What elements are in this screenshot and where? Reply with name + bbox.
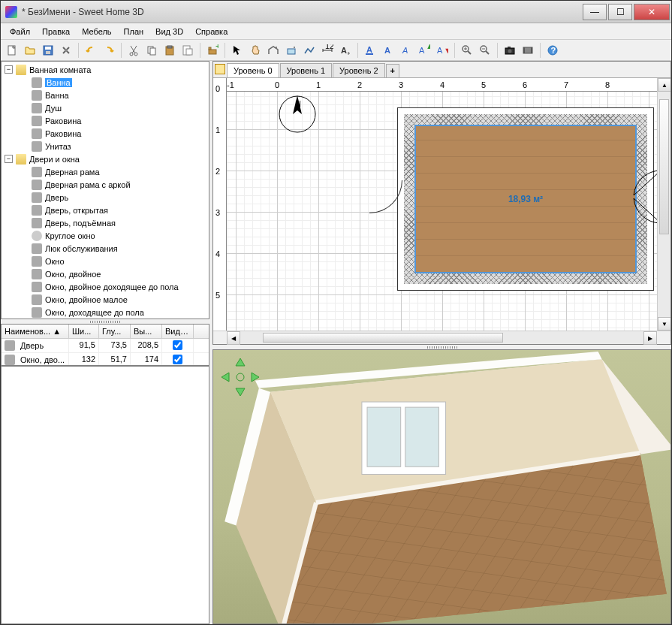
compass-icon[interactable]: N [276, 92, 318, 134]
open-file-icon[interactable] [22, 42, 38, 59]
decrease-font-icon[interactable]: A▼ [434, 42, 451, 59]
menu-plan[interactable]: План [118, 26, 150, 38]
window-swing-icon[interactable] [625, 167, 657, 227]
preferences-icon[interactable] [58, 42, 74, 59]
catalog-item[interactable]: Дверь [3, 191, 207, 204]
redo-icon[interactable] [101, 42, 117, 59]
paste-icon[interactable] [161, 42, 178, 59]
menu-view3d[interactable]: Вид 3D [149, 26, 189, 38]
catalog-category[interactable]: − Двери и окна [3, 152, 207, 165]
catalog-item[interactable]: Душ [3, 101, 207, 114]
create-video-icon[interactable] [520, 42, 536, 59]
catalog-item[interactable]: Ванна [3, 89, 207, 101]
text-color-icon[interactable]: A [362, 42, 378, 59]
room-walls[interactable]: 18,93 м² [398, 108, 653, 290]
col-depth[interactable]: Глу... [99, 325, 131, 338]
catalog-item[interactable]: Люк обслуживания [3, 242, 207, 255]
rotate-right-button[interactable] [248, 370, 261, 384]
maximize-button[interactable]: ☐ [608, 4, 632, 20]
catalog-item[interactable]: Унитаз [3, 140, 207, 152]
menu-help[interactable]: Справка [189, 26, 234, 38]
catalog-item[interactable]: Окно, двойное доходящее до пола [3, 280, 207, 293]
catalog-item[interactable]: Окно, малое [3, 319, 207, 319]
catalog-item[interactable]: Окно, двойное [3, 267, 207, 280]
add-furniture-icon[interactable]: + [204, 42, 221, 59]
furniture-table-empty [1, 366, 209, 624]
catalog-item[interactable]: Окно, двойное малое [3, 293, 207, 306]
create-polyline-icon[interactable] [301, 42, 318, 59]
zoom-in-icon[interactable] [459, 42, 475, 59]
level-tab[interactable]: Уровень 0 [227, 63, 279, 77]
rotate-up-button[interactable] [234, 356, 247, 370]
plan-canvas[interactable]: N 18,93 м² [227, 92, 657, 331]
table-row[interactable]: Дверь 91,5 73,5 208,5 [2, 339, 209, 353]
scroll-right-icon[interactable]: ▶ [643, 331, 657, 345]
pan-icon[interactable] [247, 42, 264, 59]
cell-visible[interactable] [162, 353, 194, 366]
cell-visible[interactable] [162, 339, 194, 352]
add-level-button[interactable]: + [386, 64, 399, 77]
copy-icon[interactable] [143, 42, 160, 59]
save-file-icon[interactable] [40, 42, 56, 59]
minimize-button[interactable]: — [583, 4, 607, 20]
level-tab[interactable]: Уровень 2 [333, 63, 385, 77]
catalog-item[interactable]: Дверная рама [3, 165, 207, 178]
menu-file[interactable]: Файл [4, 26, 36, 38]
new-file-icon[interactable] [4, 42, 20, 59]
create-walls-icon[interactable] [265, 42, 282, 59]
select-icon[interactable] [229, 42, 246, 59]
scroll-down-icon[interactable]: ▼ [658, 317, 670, 331]
furniture-table[interactable]: Наименов... ▲ Ши... Глу... Вы... Види...… [1, 324, 209, 366]
catalog-item[interactable]: Круглое окно [3, 229, 207, 242]
rotate-down-button[interactable] [234, 385, 247, 398]
col-name[interactable]: Наименов... ▲ [2, 325, 69, 338]
titlebar[interactable]: * БезИмени - Sweet Home 3D — ☐ ✕ [1, 1, 671, 23]
scroll-left-icon[interactable]: ◀ [227, 331, 240, 345]
scroll-thumb[interactable] [659, 99, 669, 234]
visible-checkbox[interactable] [173, 355, 182, 364]
menu-edit[interactable]: Правка [36, 26, 76, 38]
catalog-item[interactable]: Раковина [3, 114, 207, 127]
scroll-up-icon[interactable]: ▲ [658, 78, 670, 92]
catalog-item[interactable]: Ванна [3, 76, 207, 89]
col-height[interactable]: Вы... [131, 325, 162, 338]
view-3d[interactable] [212, 349, 671, 624]
close-button[interactable]: ✕ [634, 4, 670, 20]
level-tab[interactable]: Уровень 1 [280, 63, 333, 77]
collapse-icon[interactable]: − [5, 65, 13, 74]
catalog-item[interactable]: Дверная рама с аркой [3, 178, 207, 191]
table-row[interactable]: Окно, дво... 132 51,7 174 [2, 353, 209, 366]
zoom-out-icon[interactable] [477, 42, 493, 59]
col-visible[interactable]: Види... [162, 325, 194, 338]
cut-icon[interactable] [125, 42, 142, 59]
create-dimension-icon[interactable]: 123 [319, 42, 336, 59]
create-photo-icon[interactable] [502, 42, 518, 59]
create-text-icon[interactable]: A [337, 42, 354, 59]
item-label: Ванна [45, 91, 69, 100]
create-room-icon[interactable] [283, 42, 300, 59]
col-width[interactable]: Ши... [69, 325, 99, 338]
text-italic-icon[interactable]: A [398, 42, 414, 59]
delete-icon[interactable] [179, 42, 196, 59]
increase-font-icon[interactable]: A▲ [416, 42, 432, 59]
undo-icon[interactable] [83, 42, 99, 59]
room-floor[interactable]: 18,93 м² [416, 126, 635, 272]
rotate-left-button[interactable] [219, 370, 233, 384]
catalog-item[interactable]: Дверь, открытая [3, 204, 207, 216]
catalog-item[interactable]: Дверь, подъёмная [3, 216, 207, 229]
catalog-item[interactable]: Окно, доходящее до пола [3, 306, 207, 319]
furniture-icon [32, 294, 42, 305]
catalog-tree[interactable]: − Ванная комната Ванна Ванна Душ Раковин… [1, 61, 209, 319]
plan-scrollbar-h[interactable]: ◀ ▶ [213, 331, 670, 344]
help-icon[interactable]: ? [544, 42, 561, 59]
menu-furniture[interactable]: Мебель [76, 26, 117, 38]
scroll-thumb[interactable] [263, 333, 503, 343]
text-bold-icon[interactable]: A [380, 42, 396, 59]
plan-scrollbar-v[interactable]: ▲ ▼ [657, 78, 670, 331]
collapse-icon[interactable]: − [5, 155, 13, 163]
visible-checkbox[interactable] [173, 340, 182, 350]
level-lock-icon[interactable] [215, 64, 225, 74]
catalog-item[interactable]: Окно [3, 255, 207, 267]
catalog-item[interactable]: Раковина [3, 127, 207, 140]
catalog-category[interactable]: − Ванная комната [3, 63, 207, 76]
